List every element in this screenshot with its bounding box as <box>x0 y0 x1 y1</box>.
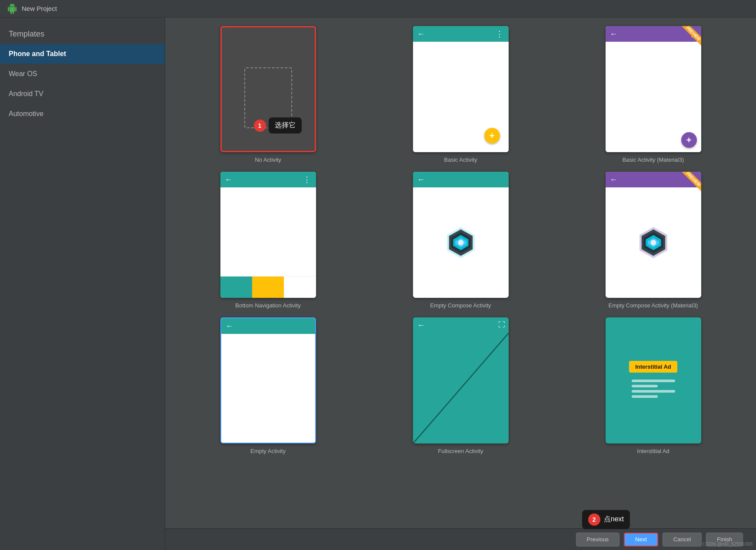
back-arrow-icon: ← <box>417 30 425 39</box>
template-basic-activity[interactable]: ← ⋮ + Basic Activity <box>371 26 550 163</box>
menu-dots-icon: ⋮ <box>496 29 504 39</box>
tooltip-bubble-1: 选择它 <box>269 117 302 133</box>
window-title: New Project <box>22 5 57 12</box>
next-button[interactable]: Next <box>624 533 658 547</box>
back-arrow-icon-ec: ← <box>417 175 425 184</box>
sidebar-item-wear-os[interactable]: Wear OS <box>0 64 165 84</box>
svg-point-11 <box>650 240 656 246</box>
sidebar-item-phone-tablet[interactable]: Phone and Tablet <box>0 44 165 64</box>
svg-line-12 <box>413 333 509 443</box>
android-icon <box>7 3 17 14</box>
back-arrow-icon-bn: ← <box>225 175 233 184</box>
template-empty-compose[interactable]: ← Empty Compose Activity <box>371 172 550 309</box>
watermark: CSDN @m0_52559388 <box>702 541 753 547</box>
tooltip-2: 2 点next <box>582 510 630 529</box>
templates-grid: 1 选择它 No Activity ← ⋮ + <box>165 17 756 528</box>
line-2 <box>632 385 658 387</box>
back-arrow-icon-ecm3: ← <box>610 175 618 184</box>
sidebar-item-android-tv[interactable]: Android TV <box>0 84 165 104</box>
template-label-basic-activity: Basic Activity <box>444 157 477 163</box>
diagonal-line <box>413 317 509 443</box>
content-area: 1 选择它 No Activity ← ⋮ + <box>165 17 756 550</box>
line-4 <box>632 395 658 398</box>
back-arrow-icon-fs: ← <box>417 321 425 330</box>
template-label-empty-compose-m3: Empty Compose Activity (Material3) <box>609 302 698 309</box>
template-basic-material3[interactable]: ← ⋮ + PREVIEW Basic Activity (Material3) <box>563 26 743 163</box>
bottom-bar: 2 点next Previous Next Cancel Finish <box>165 528 756 550</box>
template-label-no-activity: No Activity <box>255 157 281 163</box>
cancel-button[interactable]: Cancel <box>663 533 702 547</box>
template-empty-activity[interactable]: ← Empty Activity <box>178 317 358 454</box>
nav-item-1 <box>220 277 252 298</box>
nav-item-3 <box>284 277 316 298</box>
menu-dots-icon-bn: ⋮ <box>303 175 312 184</box>
template-label-bottom-nav: Bottom Navigation Activity <box>235 302 300 309</box>
preview-text: PREVIEW <box>680 26 701 47</box>
template-no-activity[interactable]: 1 选择它 No Activity <box>178 26 358 163</box>
topbar-basic: ← ⋮ <box>413 26 509 42</box>
title-bar: New Project <box>0 0 756 17</box>
fab-button: + <box>484 128 500 143</box>
back-arrow-icon-m3: ← <box>610 30 618 39</box>
template-label-empty-compose: Empty Compose Activity <box>430 302 491 309</box>
sidebar-item-automotive[interactable]: Automotive <box>0 104 165 124</box>
fullscreen-icon: ⛶ <box>498 321 505 329</box>
tooltip-badge-2: 2 <box>588 513 600 526</box>
compose-logo-m3 <box>606 187 701 298</box>
preview-badge: PREVIEW <box>675 26 701 52</box>
preview-text-m3: PREVIEW <box>680 172 701 192</box>
sidebar: Templates Phone and Tablet Wear OS Andro… <box>0 17 165 550</box>
template-label-basic-material3: Basic Activity (Material3) <box>623 157 684 163</box>
previous-button[interactable]: Previous <box>576 533 620 547</box>
nav-item-2 <box>252 277 284 298</box>
tooltip-text-2: 点next <box>604 515 624 524</box>
line-1 <box>632 380 675 382</box>
template-label-interstitial: Interstitial Ad <box>637 448 669 454</box>
template-interstitial-ad[interactable]: Interstitial Ad Interstitial Ad <box>563 317 743 454</box>
interstitial-lines <box>632 380 675 400</box>
bottom-nav-bar <box>220 276 316 298</box>
main-layout: Templates Phone and Tablet Wear OS Andro… <box>0 17 756 550</box>
tooltip-1: 1 选择它 <box>254 117 302 133</box>
compose-logo <box>413 187 509 298</box>
back-arrow-icon-ea: ← <box>226 322 233 331</box>
topbar-compose: ← <box>413 172 509 187</box>
tooltip-badge-1: 1 <box>254 120 266 132</box>
template-label-empty-activity: Empty Activity <box>250 448 286 454</box>
compose-hex-logo-m3 <box>636 225 671 260</box>
sidebar-section-title: Templates <box>0 22 165 44</box>
topbar-bottom-nav: ← ⋮ <box>220 172 316 187</box>
compose-hex-logo <box>443 225 478 260</box>
topbar-empty: ← <box>221 318 315 334</box>
interstitial-label: Interstitial Ad <box>629 361 677 373</box>
template-fullscreen[interactable]: ← ⛶ Fullscreen Activity <box>371 317 550 454</box>
template-bottom-nav[interactable]: ← ⋮ Bottom Navigation Activity <box>178 172 358 309</box>
template-label-fullscreen: Fullscreen Activity <box>438 448 483 454</box>
line-3 <box>632 390 675 393</box>
fab-button-m3: + <box>681 132 697 148</box>
template-empty-compose-material3[interactable]: ← PREVIEW <box>563 172 743 309</box>
svg-point-5 <box>458 240 463 246</box>
preview-badge-m3: PREVIEW <box>675 172 701 198</box>
